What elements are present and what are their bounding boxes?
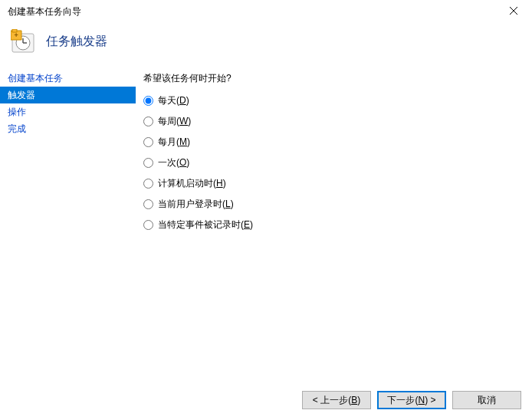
sidebar-step-3[interactable]: 完成 [0,120,136,137]
clock-icon: + [11,29,35,54]
trigger-label-6: 当特定事件被记录时(E) [158,218,253,231]
trigger-radio-5[interactable] [143,199,153,209]
close-icon [510,7,517,15]
cancel-button[interactable]: 取消 [452,391,521,409]
trigger-option-6[interactable]: 当特定事件被记录时(E) [143,218,524,231]
trigger-label-0: 每天(D) [158,94,189,107]
sidebar-step-2[interactable]: 操作 [0,103,136,120]
trigger-option-4[interactable]: 计算机启动时(H) [143,177,524,190]
button-bar: < 上一步(B) 下一步(N) > 取消 [302,391,521,409]
trigger-radio-1[interactable] [143,116,153,126]
trigger-label-3: 一次(O) [158,156,189,169]
content-area: 希望该任务何时开始? 每天(D)每周(W)每月(M)一次(O)计算机启动时(H)… [136,67,532,374]
trigger-label-4: 计算机启动时(H) [158,177,226,190]
trigger-radio-2[interactable] [143,137,153,147]
trigger-label-5: 当前用户登录时(L) [158,198,234,211]
trigger-option-5[interactable]: 当前用户登录时(L) [143,198,524,211]
trigger-radio-0[interactable] [143,96,153,106]
wizard-header: + 任务触发器 [0,23,532,67]
back-button[interactable]: < 上一步(B) [302,391,371,409]
trigger-label-1: 每周(W) [158,115,191,128]
next-button[interactable]: 下一步(N) > [377,391,446,409]
sidebar-step-1[interactable]: 触发器 [0,87,136,103]
trigger-option-0[interactable]: 每天(D) [143,94,524,107]
window-title: 创建基本任务向导 [8,5,81,18]
wizard-body: 创建基本任务触发器操作完成 希望该任务何时开始? 每天(D)每周(W)每月(M)… [0,67,532,374]
close-button[interactable] [501,2,526,21]
trigger-radio-group: 每天(D)每周(W)每月(M)一次(O)计算机启动时(H)当前用户登录时(L)当… [143,94,524,231]
trigger-radio-3[interactable] [143,158,153,168]
trigger-option-2[interactable]: 每月(M) [143,136,524,149]
trigger-radio-6[interactable] [143,220,153,230]
sidebar-step-0[interactable]: 创建基本任务 [0,70,136,87]
trigger-option-1[interactable]: 每周(W) [143,115,524,128]
page-title: 任务触发器 [46,34,107,50]
trigger-option-3[interactable]: 一次(O) [143,156,524,169]
prompt-text: 希望该任务何时开始? [143,72,524,85]
titlebar: 创建基本任务向导 [0,0,532,23]
sidebar: 创建基本任务触发器操作完成 [0,67,136,374]
svg-text:+: + [15,31,18,39]
trigger-radio-4[interactable] [143,179,153,189]
trigger-label-2: 每月(M) [158,136,190,149]
